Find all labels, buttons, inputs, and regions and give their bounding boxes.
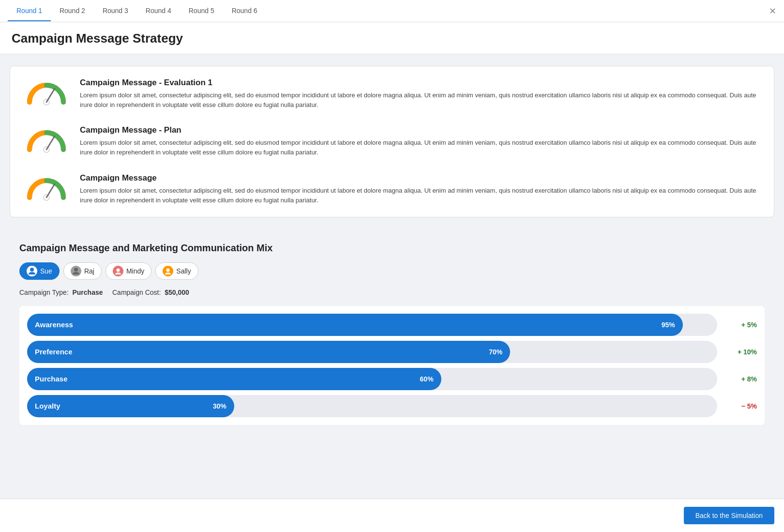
campaign-message-item-2: Campaign Message - Plan Lorem ipsum dolo… bbox=[25, 125, 759, 157]
bar-track-preference: Preference 70% bbox=[27, 341, 717, 363]
gauge-icon-2 bbox=[25, 125, 68, 154]
person-tab-sue-label: Sue bbox=[40, 267, 52, 275]
campaign-cost-value: $50,000 bbox=[165, 289, 189, 296]
bar-track-loyalty: Loyalty 30% bbox=[27, 395, 717, 417]
bar-pct-purchase: 60% bbox=[420, 375, 434, 383]
svg-point-7 bbox=[74, 268, 78, 272]
person-tab-raj[interactable]: Raj bbox=[63, 262, 102, 280]
campaign-message-body-3: Lorem ipsum dolor sit amet, consectetur … bbox=[80, 186, 759, 205]
avatar-sue bbox=[27, 266, 37, 276]
bar-track-awareness: Awareness 95% bbox=[27, 314, 717, 336]
tab-round-4[interactable]: Round 4 bbox=[137, 1, 180, 21]
bars-container: Awareness 95% + 5% Preference 70% + 10% bbox=[19, 306, 765, 425]
svg-line-1 bbox=[46, 89, 55, 102]
campaign-info: Campaign Type: Purchase Campaign Cost: $… bbox=[19, 289, 765, 296]
close-icon[interactable]: ✕ bbox=[769, 7, 776, 15]
svg-line-3 bbox=[46, 136, 55, 150]
person-tabs: Sue Raj Mindy Sally bbox=[19, 262, 765, 280]
bar-fill-loyalty: Loyalty 30% bbox=[27, 395, 234, 417]
campaign-message-body-2: Lorem ipsum dolor sit amet, consectetur … bbox=[80, 138, 759, 157]
bar-fill-purchase: Purchase 60% bbox=[27, 368, 441, 390]
campaign-type-label: Campaign Type: bbox=[19, 289, 69, 296]
campaign-message-item-3: Campaign Message Lorem ipsum dolor sit a… bbox=[25, 173, 759, 205]
bar-label-preference: Preference bbox=[35, 348, 73, 356]
bar-label-loyalty: Loyalty bbox=[35, 402, 60, 410]
person-tab-mindy-label: Mindy bbox=[126, 267, 144, 275]
bar-row-loyalty: Loyalty 30% − 5% bbox=[27, 395, 757, 417]
page-title: Campaign Message Strategy bbox=[0, 22, 784, 54]
gauge-icon-3 bbox=[25, 173, 68, 202]
person-tab-mindy[interactable]: Mindy bbox=[106, 262, 151, 280]
campaign-cost-label: Campaign Cost: bbox=[112, 289, 161, 296]
svg-line-5 bbox=[46, 184, 55, 198]
campaign-message-body-1: Lorem ipsum dolor sit amet, consectetur … bbox=[80, 91, 759, 110]
tabs-bar: Round 1 Round 2 Round 3 Round 4 Round 5 … bbox=[0, 0, 784, 22]
bar-row-awareness: Awareness 95% + 5% bbox=[27, 314, 757, 336]
bar-row-purchase: Purchase 60% + 8% bbox=[27, 368, 757, 390]
campaign-mix-section: Campaign Message and Marketing Communica… bbox=[10, 231, 774, 437]
tab-round-5[interactable]: Round 5 bbox=[180, 1, 223, 21]
bar-label-purchase: Purchase bbox=[35, 375, 68, 383]
svg-point-9 bbox=[116, 268, 120, 272]
bar-pct-awareness: 95% bbox=[662, 321, 675, 329]
bar-delta-awareness: + 5% bbox=[723, 321, 757, 329]
main-content: Campaign Message - Evaluation 1 Lorem ip… bbox=[0, 54, 784, 448]
tab-round-6[interactable]: Round 6 bbox=[223, 1, 266, 21]
bar-delta-loyalty: − 5% bbox=[723, 402, 757, 410]
avatar-sally bbox=[163, 266, 173, 276]
bar-label-awareness: Awareness bbox=[35, 320, 73, 329]
bar-track-purchase: Purchase 60% bbox=[27, 368, 717, 390]
campaign-message-text-1: Campaign Message - Evaluation 1 Lorem ip… bbox=[80, 78, 759, 110]
back-to-simulation-button[interactable]: Back to the Simulation bbox=[684, 507, 774, 524]
campaign-message-item-1: Campaign Message - Evaluation 1 Lorem ip… bbox=[25, 78, 759, 110]
person-tab-sally-label: Sally bbox=[176, 267, 191, 275]
campaign-messages-card: Campaign Message - Evaluation 1 Lorem ip… bbox=[10, 66, 774, 217]
person-tab-sally[interactable]: Sally bbox=[155, 262, 198, 280]
bar-pct-loyalty: 30% bbox=[213, 402, 226, 410]
bar-row-preference: Preference 70% + 10% bbox=[27, 341, 757, 363]
svg-point-11 bbox=[166, 268, 170, 272]
avatar-mindy bbox=[113, 266, 123, 276]
mix-title: Campaign Message and Marketing Communica… bbox=[19, 243, 765, 254]
person-tab-sue[interactable]: Sue bbox=[19, 262, 60, 280]
back-btn-container: Back to the Simulation bbox=[0, 499, 784, 532]
campaign-message-title-3: Campaign Message bbox=[80, 173, 759, 183]
campaign-type-value: Purchase bbox=[72, 289, 103, 296]
campaign-message-text-2: Campaign Message - Plan Lorem ipsum dolo… bbox=[80, 125, 759, 157]
bar-fill-awareness: Awareness 95% bbox=[27, 314, 683, 336]
campaign-message-text-3: Campaign Message Lorem ipsum dolor sit a… bbox=[80, 173, 759, 205]
tab-round-1[interactable]: Round 1 bbox=[8, 1, 51, 21]
campaign-message-title-1: Campaign Message - Evaluation 1 bbox=[80, 78, 759, 88]
bar-delta-preference: + 10% bbox=[723, 348, 757, 356]
avatar-raj bbox=[71, 266, 81, 276]
bar-fill-preference: Preference 70% bbox=[27, 341, 510, 363]
bar-pct-preference: 70% bbox=[489, 348, 502, 356]
svg-point-6 bbox=[30, 268, 34, 272]
campaign-message-title-2: Campaign Message - Plan bbox=[80, 125, 759, 135]
bar-delta-purchase: + 8% bbox=[723, 375, 757, 383]
tab-round-2[interactable]: Round 2 bbox=[51, 1, 94, 21]
tab-round-3[interactable]: Round 3 bbox=[94, 1, 137, 21]
person-tab-raj-label: Raj bbox=[84, 267, 94, 275]
gauge-icon-1 bbox=[25, 78, 68, 107]
